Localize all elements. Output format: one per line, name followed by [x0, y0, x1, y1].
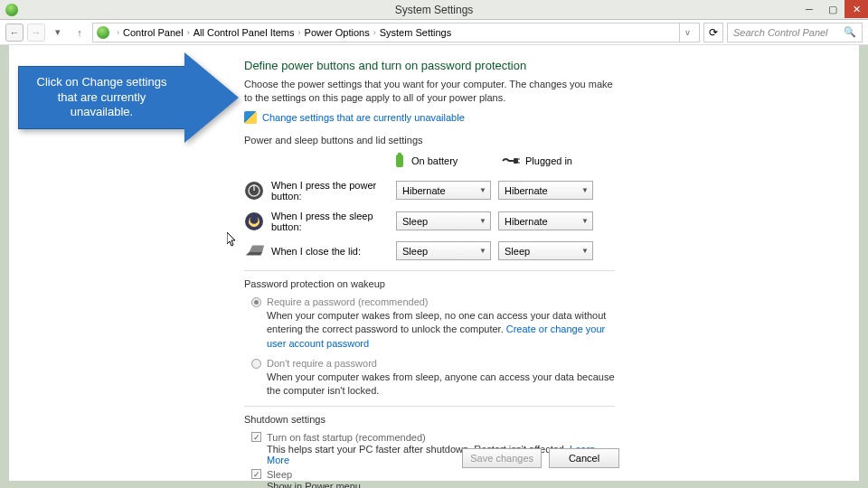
radio-no-password: Don't require a password [251, 358, 615, 369]
minimize-button[interactable]: ─ [797, 0, 821, 18]
svg-rect-1 [398, 153, 401, 155]
chk-sleep-desc: Show in Power menu. [267, 481, 615, 488]
breadcrumb-item-3[interactable]: System Settings [380, 27, 451, 38]
nav-bar: ← → ▾ ↑ › Control Panel › All Control Pa… [0, 20, 868, 45]
breadcrumb-item-0[interactable]: Control Panel [123, 27, 184, 38]
callout-text: Click on Change settings that are curren… [18, 66, 185, 129]
row-sleep-label: When I press the sleep button: [271, 211, 389, 232]
radio-require-label: Require a password (recommended) [267, 296, 429, 307]
lid-battery-select[interactable]: Sleep ▼ [396, 241, 491, 260]
breadcrumb[interactable]: › Control Panel › All Control Panel Item… [92, 23, 700, 42]
refresh-button[interactable]: ⟳ [703, 23, 723, 42]
change-settings-link[interactable]: Change settings that are currently unava… [262, 112, 465, 123]
arrow-right-icon [184, 52, 239, 143]
col-plugged-label: Plugged in [525, 155, 572, 166]
section-power-title: Power and sleep buttons and lid settings [244, 135, 615, 145]
lid-plugged-select[interactable]: Sleep ▼ [498, 241, 593, 260]
cancel-button[interactable]: Cancel [549, 448, 619, 468]
breadcrumb-item-2[interactable]: Power Options [305, 27, 370, 38]
row-power-label: When I press the power button: [271, 180, 389, 202]
row-lid-label: When I close the lid: [271, 246, 389, 257]
save-button[interactable]: Save changes [462, 448, 542, 468]
chk-fast-input[interactable]: ✓ [251, 432, 261, 442]
chevron-down-icon: ▼ [581, 217, 589, 225]
sleep-plugged-value: Hibernate [505, 216, 548, 227]
power-battery-select[interactable]: Hibernate ▼ [396, 181, 491, 200]
svg-point-8 [245, 212, 263, 230]
lid-icon [244, 241, 264, 261]
power-button-icon [244, 181, 264, 201]
footer-buttons: Save changes Cancel [462, 448, 619, 468]
sleep-battery-value: Sleep [402, 216, 428, 227]
chevron-right-icon: › [184, 28, 193, 37]
tutorial-callout: Click on Change settings that are curren… [18, 57, 226, 147]
page-subtext: Choose the power settings that you want … [244, 78, 615, 106]
radio-nopass-desc: When your computer wakes from sleep, any… [267, 371, 615, 399]
divider [244, 270, 615, 271]
section-password-title: Password protection on wakeup [244, 278, 615, 289]
control-panel-icon [97, 26, 109, 39]
chevron-down-icon: ▼ [479, 217, 486, 225]
breadcrumb-dropdown[interactable]: v [679, 23, 695, 42]
chevron-down-icon: ▼ [581, 186, 589, 194]
forward-button[interactable]: → [27, 23, 45, 42]
chk-sleep-label: Sleep [267, 469, 292, 480]
chk-fast-label: Turn on fast startup (recommended) [267, 432, 426, 443]
radio-nopass-input[interactable] [251, 359, 261, 369]
sleep-battery-select[interactable]: Sleep ▼ [396, 211, 491, 230]
chevron-right-icon: › [370, 28, 380, 37]
chk-sleep-input[interactable]: ✓ [251, 469, 261, 479]
divider [244, 406, 615, 407]
chevron-right-icon: › [113, 28, 123, 37]
radio-require-password: Require a password (recommended) [251, 296, 615, 307]
close-button[interactable]: ✕ [844, 0, 868, 18]
breadcrumb-item-1[interactable]: All Control Panel Items [193, 27, 295, 38]
chk-sleep: ✓ Sleep [251, 469, 615, 480]
maximize-button[interactable]: ▢ [821, 0, 844, 18]
back-button[interactable]: ← [5, 23, 24, 42]
search-placeholder: Search Control Panel [733, 27, 828, 38]
up-button[interactable]: ↑ [71, 23, 89, 42]
main-panel: Define power buttons and turn on passwor… [244, 59, 615, 488]
page-heading: Define power buttons and turn on passwor… [244, 59, 615, 72]
recent-dropdown[interactable]: ▾ [49, 23, 67, 42]
col-battery-label: On battery [411, 155, 458, 166]
chevron-down-icon: ▼ [479, 186, 486, 194]
search-input[interactable]: Search Control Panel 🔍 [727, 23, 863, 42]
sleep-button-icon [244, 211, 264, 231]
row-power-button: When I press the power button: Hibernate… [244, 180, 615, 202]
lid-battery-value: Sleep [402, 246, 428, 257]
chevron-down-icon: ▼ [581, 247, 589, 255]
cursor-icon [227, 232, 238, 249]
radio-nopass-label: Don't require a password [267, 358, 377, 369]
chevron-down-icon: ▼ [479, 247, 486, 255]
window-title: System Settings [395, 4, 474, 16]
lid-plugged-value: Sleep [505, 246, 530, 257]
chevron-right-icon: › [295, 28, 305, 37]
chk-fast-startup: ✓ Turn on fast startup (recommended) [251, 432, 615, 443]
power-battery-value: Hibernate [402, 185, 446, 196]
power-plugged-select[interactable]: Hibernate ▼ [498, 181, 593, 200]
section-shutdown-title: Shutdown settings [244, 414, 615, 425]
title-bar: System Settings ─ ▢ ✕ [0, 0, 868, 20]
svg-rect-0 [396, 155, 403, 167]
power-plugged-value: Hibernate [505, 185, 548, 196]
search-icon: 🔍 [844, 26, 856, 38]
shield-icon [244, 111, 257, 124]
column-headers: On battery Plugged in [244, 153, 615, 169]
row-lid: When I close the lid: Sleep ▼ Sleep ▼ [244, 241, 615, 261]
svg-rect-2 [514, 158, 518, 164]
radio-require-desc: When your computer wakes from sleep, no … [267, 309, 615, 351]
sleep-plugged-select[interactable]: Hibernate ▼ [498, 211, 593, 230]
plug-icon [502, 155, 520, 166]
row-sleep-button: When I press the sleep button: Sleep ▼ H… [244, 211, 615, 232]
app-icon [5, 4, 18, 16]
battery-icon [393, 153, 406, 169]
radio-require-input[interactable] [251, 297, 261, 307]
